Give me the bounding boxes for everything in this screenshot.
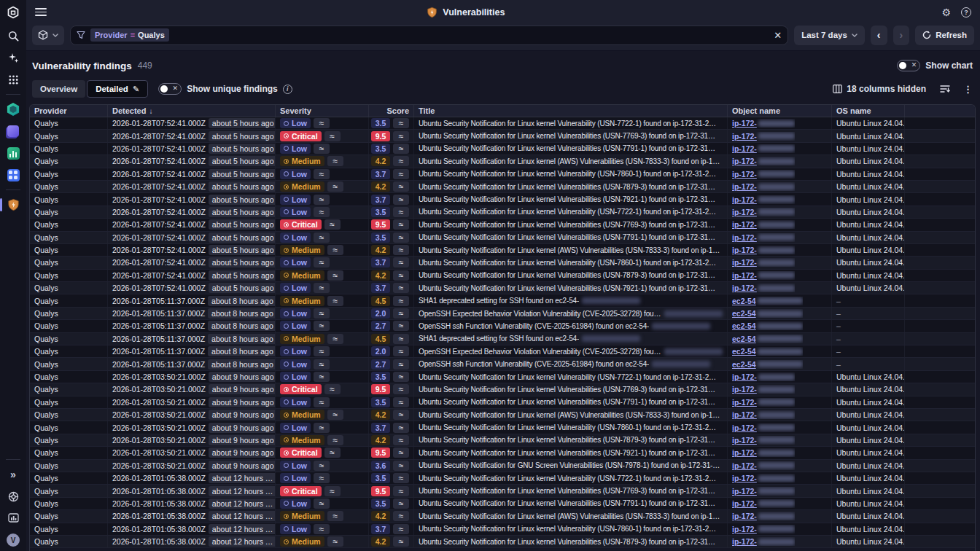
trend-icon[interactable]: ≈ xyxy=(393,131,409,141)
trend-icon[interactable]: ≈ xyxy=(393,448,409,458)
object-name-link[interactable]: ip-172- xyxy=(732,170,795,179)
apps-grid-icon[interactable] xyxy=(0,69,26,90)
trend-icon[interactable]: ≈ xyxy=(314,232,330,243)
trend-icon[interactable]: ≈ xyxy=(393,296,409,306)
trend-icon[interactable]: ≈ xyxy=(314,195,330,205)
table-row[interactable]: Qualys 2026-01-28T07:52:41.000Zabout 5 h… xyxy=(30,270,975,282)
table-row[interactable]: Qualys 2026-01-28T05:11:37.000Zabout 8 h… xyxy=(30,333,975,345)
trend-icon[interactable]: ≈ xyxy=(327,245,343,255)
trend-icon[interactable]: ≈ xyxy=(393,144,409,154)
object-name-link[interactable]: ip-172- xyxy=(732,525,795,534)
trend-icon[interactable]: ≈ xyxy=(324,384,341,394)
object-name-link[interactable]: ec2-54 xyxy=(732,335,803,343)
columns-hidden-button[interactable]: 18 columns hidden xyxy=(833,84,926,94)
trend-icon[interactable]: ≈ xyxy=(314,144,330,154)
object-name-link[interactable]: ip-172- xyxy=(732,385,795,394)
table-row[interactable]: Qualys 2026-01-28T05:11:37.000Zabout 8 h… xyxy=(30,294,975,307)
trend-icon[interactable]: ≈ xyxy=(393,346,409,356)
show-chart-toggle[interactable]: ✕ xyxy=(897,60,920,71)
trend-icon[interactable]: ≈ xyxy=(314,283,330,293)
trend-icon[interactable]: ≈ xyxy=(314,321,330,331)
table-row[interactable]: Qualys 2026-01-28T07:52:41.000Zabout 5 h… xyxy=(30,168,975,181)
object-name-link[interactable]: ip-172- xyxy=(732,195,795,204)
table-row[interactable]: Qualys 2026-01-28T03:50:21.000Zabout 9 h… xyxy=(30,434,975,447)
info-icon[interactable]: i xyxy=(283,85,292,94)
table-row[interactable]: Qualys 2026-01-28T05:11:37.000Zabout 8 h… xyxy=(30,345,975,358)
time-next-button[interactable]: › xyxy=(893,26,910,45)
object-name-link[interactable]: ip-172- xyxy=(732,398,795,407)
object-name-link[interactable]: ip-172- xyxy=(732,487,795,496)
table-row[interactable]: Qualys 2026-01-28T03:50:21.000Zabout 9 h… xyxy=(30,396,975,409)
trend-icon[interactable]: ≈ xyxy=(393,283,409,293)
col-provider[interactable]: Provider xyxy=(30,105,108,117)
col-detected[interactable]: Detected↓ xyxy=(108,105,276,117)
trend-icon[interactable]: ≈ xyxy=(393,257,409,267)
trend-icon[interactable]: ≈ xyxy=(314,359,330,370)
object-name-link[interactable]: ip-172- xyxy=(732,284,795,292)
time-range-button[interactable]: Last 7 days xyxy=(794,26,865,45)
col-title[interactable]: Title xyxy=(414,105,728,117)
object-name-link[interactable]: ip-172- xyxy=(732,461,795,470)
object-name-link[interactable]: ec2-54 xyxy=(732,360,803,369)
object-name-link[interactable]: ip-172- xyxy=(732,246,795,254)
table-row[interactable]: Qualys 2026-01-28T07:52:41.000Zabout 5 h… xyxy=(30,117,975,130)
trend-icon[interactable]: ≈ xyxy=(314,257,330,267)
table-row[interactable]: Qualys 2026-01-28T03:50:21.000Zabout 9 h… xyxy=(30,383,975,396)
table-row[interactable]: Qualys 2026-01-28T07:52:41.000Zabout 5 h… xyxy=(30,232,975,244)
object-name-link[interactable]: ip-172- xyxy=(732,182,795,191)
unique-findings-toggle[interactable]: ✕ xyxy=(158,83,182,95)
trend-icon[interactable]: ≈ xyxy=(393,536,409,547)
object-name-link[interactable]: ec2-54 xyxy=(732,309,803,318)
table-row[interactable]: Qualys 2026-01-28T05:11:37.000Zabout 8 h… xyxy=(30,320,975,332)
trend-icon[interactable]: ≈ xyxy=(314,372,330,382)
trend-icon[interactable]: ≈ xyxy=(393,169,409,179)
object-name-link[interactable]: ip-172- xyxy=(732,436,795,445)
trend-icon[interactable]: ≈ xyxy=(327,270,343,281)
monitoring-icon[interactable] xyxy=(0,507,26,529)
vulnerabilities-shield-icon[interactable] xyxy=(0,194,26,216)
refresh-button[interactable]: Refresh xyxy=(915,26,974,45)
trend-icon[interactable]: ≈ xyxy=(393,435,409,445)
table-row[interactable]: Qualys 2026-01-28T07:52:41.000Zabout 5 h… xyxy=(30,130,975,142)
trend-icon[interactable]: ≈ xyxy=(324,131,341,141)
object-name-link[interactable]: ip-172- xyxy=(732,157,795,165)
table-row[interactable]: Qualys 2026-01-28T03:50:21.000Zabout 9 h… xyxy=(30,421,975,434)
trend-icon[interactable]: ≈ xyxy=(393,207,409,217)
trend-icon[interactable]: ≈ xyxy=(393,499,409,509)
table-row[interactable]: Qualys 2026-01-28T07:52:41.000Zabout 5 h… xyxy=(30,193,975,206)
table-row[interactable]: Qualys 2026-01-28T01:05:38.000Zabout 12 … xyxy=(30,536,975,548)
trend-icon[interactable]: ≈ xyxy=(393,473,409,483)
trend-icon[interactable]: ≈ xyxy=(314,397,330,407)
trend-icon[interactable]: ≈ xyxy=(314,207,330,217)
trend-icon[interactable]: ≈ xyxy=(393,156,409,166)
table-row[interactable]: Qualys 2026-01-28T03:50:21.000Zabout 9 h… xyxy=(30,409,975,421)
col-os-name[interactable]: OS name xyxy=(832,105,905,117)
app-teal-hex-icon[interactable] xyxy=(0,98,26,120)
trend-icon[interactable]: ≈ xyxy=(327,334,343,344)
table-row[interactable]: Qualys 2026-01-28T05:11:37.000Zabout 8 h… xyxy=(30,308,975,320)
table-row[interactable]: Qualys 2026-01-28T07:52:41.000Zabout 5 h… xyxy=(30,257,975,269)
more-options-icon[interactable]: ⋮ xyxy=(963,84,973,95)
trend-icon[interactable]: ≈ xyxy=(393,511,409,521)
trend-icon[interactable]: ≈ xyxy=(314,473,330,483)
object-name-link[interactable]: ip-172- xyxy=(732,499,795,508)
trend-icon[interactable]: ≈ xyxy=(393,308,409,319)
table-row[interactable]: Qualys 2026-01-28T07:52:41.000Zabout 5 h… xyxy=(30,282,975,294)
object-name-link[interactable]: ip-172- xyxy=(732,233,795,242)
time-prev-button[interactable]: ‹ xyxy=(871,26,887,45)
help-icon[interactable]: ? xyxy=(961,7,971,17)
trend-icon[interactable]: ≈ xyxy=(393,181,409,192)
menu-icon[interactable] xyxy=(35,8,47,16)
trend-icon[interactable]: ≈ xyxy=(314,423,330,433)
trend-icon[interactable]: ≈ xyxy=(314,169,330,179)
sort-fields-icon[interactable] xyxy=(940,85,951,93)
table-row[interactable]: Qualys 2026-01-28T03:50:21.000Zabout 9 h… xyxy=(30,460,975,472)
search-icon[interactable] xyxy=(0,25,26,47)
col-severity[interactable]: Severity xyxy=(276,105,369,117)
object-name-link[interactable]: ec2-54 xyxy=(732,321,803,330)
table-row[interactable]: Qualys 2026-01-28T01:05:38.000Zabout 12 … xyxy=(30,510,975,523)
clear-filter-button[interactable]: ✕ xyxy=(774,30,782,41)
trend-icon[interactable]: ≈ xyxy=(327,156,343,166)
trend-icon[interactable]: ≈ xyxy=(393,334,409,344)
object-name-link[interactable]: ip-172- xyxy=(732,512,795,520)
